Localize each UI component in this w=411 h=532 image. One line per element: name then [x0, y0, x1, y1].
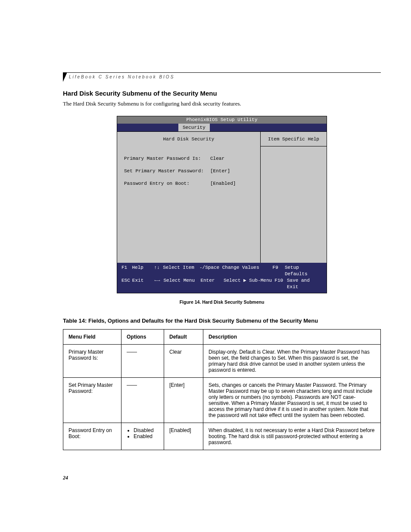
key-label: F9 — [273, 264, 285, 277]
bios-field-value: [Enter] — [210, 169, 253, 174]
bios-footer: F1 Help ↑↓ Select Item -/Space Change Va… — [117, 263, 327, 293]
key-desc: Exit — [132, 277, 155, 290]
option-item: Disabled — [134, 427, 159, 433]
bios-field-label: Password Entry on Boot: — [124, 181, 210, 186]
key-desc: Setup Defaults — [285, 264, 322, 277]
bios-body: Hard Disk Security Primary Master Passwo… — [117, 131, 327, 263]
key-label: Enter — [200, 277, 224, 290]
table-row: Set Primary Master Password: —— [Enter] … — [63, 378, 381, 423]
bios-row[interactable]: Set Primary Master Password: [Enter] — [124, 169, 253, 174]
col-header: Default — [164, 330, 203, 345]
bios-field-label: Set Primary Master Password: — [124, 169, 210, 174]
key-desc: Select Menu — [163, 277, 200, 290]
cell-description: Display-only. Default is Clear. When the… — [203, 345, 381, 378]
bios-tab-security[interactable]: Security — [178, 124, 210, 131]
intro-paragraph: The Hard Disk Security Submenu is for co… — [63, 100, 381, 107]
cell-options: —— — [121, 345, 164, 378]
key-label: ←→ — [154, 277, 163, 290]
bios-row[interactable]: Password Entry on Boot: [Enabled] — [124, 181, 253, 186]
running-title: LifeBook C Series Notebook BIOS — [69, 75, 381, 79]
figure-caption: Figure 14. Hard Disk Security Submenu — [63, 299, 381, 305]
fields-table: Menu Field Options Default Description P… — [63, 329, 381, 450]
bios-footer-row: F1 Help ↑↓ Select Item -/Space Change Va… — [121, 264, 322, 277]
key-desc: Save and Exit — [287, 277, 322, 290]
bios-row[interactable]: Primary Master Password Is: Clear — [124, 156, 253, 161]
cell-description: Sets, changes or cancels the Primary Mas… — [203, 378, 381, 423]
key-label: F10 — [274, 277, 287, 290]
bios-field-value: Clear — [210, 156, 253, 161]
header-mark-icon — [63, 72, 67, 82]
key-label: F1 — [121, 264, 132, 277]
bios-titlebar: PhoenixBIOS Setup Utility — [117, 116, 327, 124]
table-row: Primary Master Password Is: —— Clear Dis… — [63, 345, 381, 378]
bios-footer-row: ESC Exit ←→ Select Menu Enter Select ▶ S… — [121, 277, 322, 290]
bios-help-title: Item Specific Help — [261, 132, 327, 146]
bios-left-title: Hard Disk Security — [124, 137, 253, 142]
cell-menu-field: Set Primary Master Password: — [63, 378, 121, 423]
section-heading: Hard Disk Security Submenu of the Securi… — [63, 90, 381, 97]
page: LifeBook C Series Notebook BIOS Hard Dis… — [0, 0, 411, 532]
bios-field-value: [Enabled] — [210, 181, 253, 186]
page-number: 24 — [63, 475, 68, 481]
key-desc: Help — [132, 264, 154, 277]
key-desc: Change Values — [222, 264, 273, 277]
bios-tab-row: Security — [117, 124, 327, 131]
cell-default: [Enabled] — [164, 423, 203, 450]
bios-left-panel: Hard Disk Security Primary Master Passwo… — [117, 132, 261, 263]
option-item: Enabled — [134, 433, 159, 439]
table-row: Password Entry on Boot: Disabled Enabled… — [63, 423, 381, 450]
key-label: ↑↓ — [154, 264, 163, 277]
cell-menu-field: Primary Master Password Is: — [63, 345, 121, 378]
col-header: Options — [121, 330, 164, 345]
key-label: -/Space — [199, 264, 222, 277]
cell-options: —— — [121, 378, 164, 423]
key-label: ESC — [121, 277, 132, 290]
cell-menu-field: Password Entry on Boot: — [63, 423, 121, 450]
header-rule — [63, 72, 381, 73]
cell-default: Clear — [164, 345, 203, 378]
col-header: Menu Field — [63, 330, 121, 345]
bios-field-label: Primary Master Password Is: — [124, 156, 210, 161]
bios-figure: PhoenixBIOS Setup Utility Security Hard … — [117, 116, 327, 293]
table-title: Table 14: Fields, Options and Defaults f… — [63, 317, 381, 324]
bios-help-panel: Item Specific Help — [261, 132, 327, 263]
col-header: Description — [203, 330, 381, 345]
cell-description: When disabled, it is not necessary to en… — [203, 423, 381, 450]
key-desc: Select ▶ Sub-Menu — [224, 277, 274, 290]
cell-default: [Enter] — [164, 378, 203, 423]
table-header-row: Menu Field Options Default Description — [63, 330, 381, 345]
key-desc: Select Item — [163, 264, 199, 277]
cell-options: Disabled Enabled — [121, 423, 164, 450]
